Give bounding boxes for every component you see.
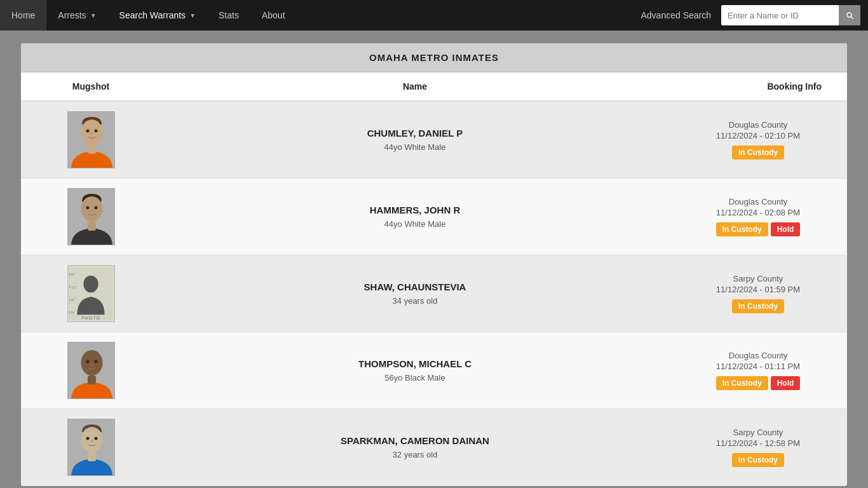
svg-point-2 <box>81 119 102 145</box>
svg-point-4 <box>94 130 97 133</box>
nav-home[interactable]: Home <box>0 0 46 30</box>
svg-point-9 <box>94 207 97 210</box>
page-wrapper: OMAHA METRO INMATES Mugshot Name Booking… <box>0 30 868 488</box>
svg-point-7 <box>81 196 102 222</box>
svg-rect-1 <box>88 145 96 154</box>
name-cell: THOMPSON, MICHAEL C56yo Black Male <box>161 349 669 392</box>
table-row[interactable]: THOMPSON, MICHAEL C56yo Black MaleDougla… <box>21 332 847 409</box>
svg-point-18 <box>81 427 102 452</box>
nav-arrests[interactable]: Arrests ▼ <box>46 0 107 30</box>
mugshot-image <box>67 419 115 476</box>
badge-container: In Custody <box>682 146 834 159</box>
svg-point-3 <box>86 130 89 133</box>
svg-rect-6 <box>88 222 96 231</box>
mugshot-placeholder: 6'0" 5'10" 5'8" 5'6" PHOTO <box>67 265 115 322</box>
mugshot-image <box>67 188 115 245</box>
booking-cell: Sarpy County11/12/2024 - 12:58 PMIn Cust… <box>669 418 847 477</box>
nav-about[interactable]: About <box>250 0 297 30</box>
search-warrants-dropdown-arrow: ▼ <box>189 12 196 19</box>
booking-cell: Douglas County11/12/2024 - 02:10 PMIn Cu… <box>669 111 847 169</box>
table-row[interactable]: CHUMLEY, DANIEL P44yo White MaleDouglas … <box>21 102 847 179</box>
booking-county: Douglas County <box>682 120 834 130</box>
svg-point-15 <box>94 360 97 363</box>
badge-container: In Custody <box>682 299 834 313</box>
inmate-details: 32 years old <box>173 450 656 459</box>
in-custody-badge: In Custody <box>732 146 784 159</box>
booking-county: Douglas County <box>682 197 834 207</box>
inmate-list: CHUMLEY, DANIEL P44yo White MaleDouglas … <box>21 102 847 486</box>
nav-search-warrants[interactable]: Search Warrants ▼ <box>108 0 207 30</box>
svg-rect-12 <box>88 376 96 384</box>
booking-date: 11/12/2024 - 02:10 PM <box>682 131 834 140</box>
name-cell: HAMMERS, JOHN R44yo White Male <box>161 195 669 238</box>
svg-point-13 <box>81 350 102 376</box>
nav-advanced-search[interactable]: Advanced Search <box>630 10 721 20</box>
table-row[interactable]: 6'0" 5'10" 5'8" 5'6" PHOTO SHAW, CHAUNST… <box>21 255 847 332</box>
inmate-details: 44yo White Male <box>173 219 656 229</box>
mugshot-cell <box>21 409 161 485</box>
svg-point-20 <box>94 437 97 440</box>
in-custody-badge: In Custody <box>716 222 768 236</box>
inmate-name: SPARKMAN, CAMERON DAINAN <box>173 435 656 446</box>
booking-cell: Sarpy County11/12/2024 - 01:59 PMIn Cust… <box>669 264 847 323</box>
booking-cell: Douglas County11/12/2024 - 01:11 PMIn Cu… <box>669 341 847 400</box>
in-custody-badge: In Custody <box>732 299 784 313</box>
badge-container: In CustodyHold <box>682 222 834 236</box>
mugshot-cell <box>21 332 161 409</box>
search-button[interactable] <box>839 5 860 25</box>
booking-county: Douglas County <box>682 351 834 360</box>
col-booking-info: Booking Info <box>669 72 847 100</box>
inmate-details: 34 years old <box>173 296 656 306</box>
mugshot-cell: 6'0" 5'10" 5'8" 5'6" PHOTO <box>21 255 161 332</box>
svg-rect-17 <box>88 452 96 461</box>
inmate-name: SHAW, CHAUNSTEVIA <box>173 281 656 292</box>
search-box <box>721 5 860 25</box>
booking-date: 11/12/2024 - 01:59 PM <box>682 285 834 294</box>
svg-point-8 <box>86 207 89 210</box>
hold-badge: Hold <box>771 376 801 390</box>
search-input[interactable] <box>721 5 839 25</box>
booking-date: 11/12/2024 - 02:08 PM <box>682 208 834 217</box>
mugshot-cell <box>21 179 161 255</box>
nav-stats[interactable]: Stats <box>207 0 250 30</box>
badge-container: In Custody <box>682 453 834 467</box>
name-cell: SPARKMAN, CAMERON DAINAN32 years old <box>161 426 669 469</box>
inmates-container: OMAHA METRO INMATES Mugshot Name Booking… <box>21 43 847 486</box>
table-row[interactable]: SPARKMAN, CAMERON DAINAN32 years oldSarp… <box>21 409 847 486</box>
mugshot-cell <box>21 102 161 178</box>
inmate-details: 56yo Black Male <box>173 373 656 383</box>
inmate-name: THOMPSON, MICHAEL C <box>173 358 656 369</box>
svg-point-19 <box>86 437 89 440</box>
inmate-name: HAMMERS, JOHN R <box>173 205 656 215</box>
inmate-name: CHUMLEY, DANIEL P <box>173 128 656 139</box>
column-headers: Mugshot Name Booking Info <box>21 72 847 102</box>
booking-date: 11/12/2024 - 12:58 PM <box>682 438 834 448</box>
in-custody-badge: In Custody <box>716 376 768 390</box>
booking-county: Sarpy County <box>682 428 834 437</box>
badge-container: In CustodyHold <box>682 376 834 390</box>
name-cell: SHAW, CHAUNSTEVIA34 years old <box>161 272 669 315</box>
mugshot-image <box>67 342 115 399</box>
name-cell: CHUMLEY, DANIEL P44yo White Male <box>161 118 669 161</box>
table-title: OMAHA METRO INMATES <box>21 43 847 72</box>
table-row[interactable]: HAMMERS, JOHN R44yo White MaleDouglas Co… <box>21 179 847 255</box>
svg-point-14 <box>86 360 89 363</box>
col-mugshot: Mugshot <box>21 72 161 100</box>
col-name: Name <box>161 72 669 100</box>
inmate-details: 44yo White Male <box>173 142 656 152</box>
booking-date: 11/12/2024 - 01:11 PM <box>682 362 834 371</box>
in-custody-badge: In Custody <box>732 453 784 467</box>
mugshot-image <box>67 111 115 168</box>
navbar: Home Arrests ▼ Search Warrants ▼ Stats A… <box>0 0 868 30</box>
arrests-dropdown-arrow: ▼ <box>90 12 97 19</box>
booking-county: Sarpy County <box>682 274 834 283</box>
hold-badge: Hold <box>771 222 801 236</box>
booking-cell: Douglas County11/12/2024 - 02:08 PMIn Cu… <box>669 187 847 246</box>
search-icon <box>845 11 854 20</box>
